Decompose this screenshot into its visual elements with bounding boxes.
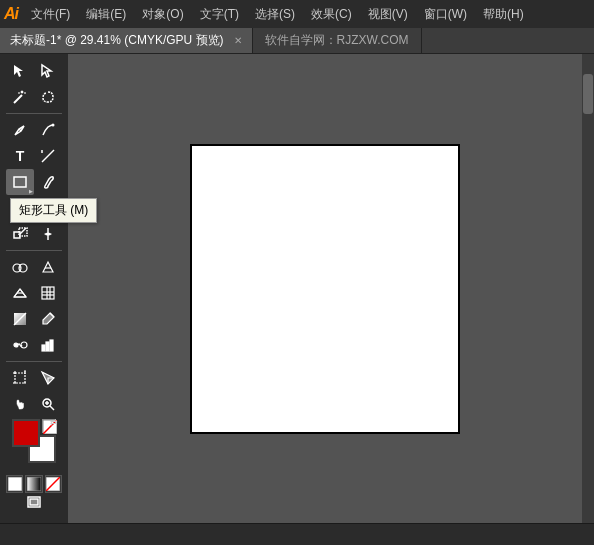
svg-line-43 [50, 406, 54, 410]
wand-lasso-row [0, 84, 68, 110]
perspective-grid-button[interactable] [6, 280, 34, 306]
type-tool-button[interactable]: T [6, 143, 34, 169]
svg-rect-32 [42, 345, 45, 351]
svg-point-4 [21, 91, 23, 93]
paintbrush-tool-button[interactable] [34, 169, 62, 195]
menu-help[interactable]: 帮助(H) [476, 2, 531, 27]
tab-inactive-label: 软件自学网：RJZXW.COM [265, 32, 409, 49]
hand-tool-button[interactable] [6, 391, 34, 417]
menu-effect[interactable]: 效果(C) [304, 2, 359, 27]
pen-tools-row [0, 117, 68, 143]
svg-marker-9 [15, 208, 19, 212]
rotate-tool-button[interactable] [6, 195, 34, 221]
menu-edit[interactable]: 编辑(E) [79, 2, 133, 27]
canvas-area[interactable]: 矩形工具 (M) [68, 54, 582, 523]
title-bar: Ai 文件(F) 编辑(E) 对象(O) 文字(T) 选择(S) 效果(C) 视… [0, 0, 594, 28]
artboard-tool-button[interactable] [6, 365, 34, 391]
left-toolbar: T ▶ [0, 54, 68, 523]
screen-mode-row [0, 489, 68, 515]
line-tool-button[interactable] [34, 143, 62, 169]
app-logo: Ai [4, 5, 18, 23]
svg-line-0 [14, 95, 22, 103]
builder-tools-row [0, 254, 68, 280]
artboard-tools-row [0, 365, 68, 391]
scale-tool-button[interactable] [6, 221, 34, 247]
eyedropper-tool-button[interactable] [34, 306, 62, 332]
separator-3 [6, 361, 62, 362]
mesh-tool-button[interactable] [34, 280, 62, 306]
blend-tools-row [0, 332, 68, 358]
color-area: ⇄ [6, 419, 62, 463]
selection-tool-button[interactable] [6, 58, 34, 84]
tab-active-label: 未标题-1* @ 29.41% (CMYK/GPU 预览) [10, 32, 224, 49]
menu-bar: 文件(F) 编辑(E) 对象(O) 文字(T) 选择(S) 效果(C) 视图(V… [24, 2, 531, 27]
svg-point-30 [14, 343, 18, 347]
scale-tools-row [0, 221, 68, 247]
swap-colors-icon[interactable]: ⇄ [50, 417, 58, 427]
rotate-tools-row [0, 195, 68, 221]
svg-line-13 [20, 228, 26, 234]
vertical-scrollbar[interactable] [582, 54, 594, 523]
menu-type[interactable]: 文字(T) [193, 2, 246, 27]
status-bar [0, 523, 594, 545]
menu-select[interactable]: 选择(S) [248, 2, 302, 27]
tab-bar: 未标题-1* @ 29.41% (CMYK/GPU 预览) ✕ 软件自学网：RJ… [0, 28, 594, 54]
magic-wand-button[interactable] [6, 84, 34, 110]
menu-object[interactable]: 对象(O) [135, 2, 190, 27]
shape-builder-button[interactable] [6, 254, 34, 280]
svg-rect-33 [46, 342, 49, 351]
type-tools-row: T [0, 143, 68, 169]
column-graph-button[interactable] [34, 332, 62, 358]
hand-zoom-row [0, 391, 68, 417]
artboard [190, 144, 460, 434]
rectangle-tool-tooltip: 矩形工具 (M) [68, 198, 97, 223]
svg-rect-53 [30, 499, 38, 505]
menu-view[interactable]: 视图(V) [361, 2, 415, 27]
tool-submenu-indicator: ▶ [29, 188, 33, 194]
pencil-tool-button[interactable] [34, 117, 62, 143]
fill-stroke-container: ⇄ [12, 419, 56, 463]
gradient-tools-row [0, 306, 68, 332]
svg-rect-22 [42, 287, 54, 299]
tab-inactive[interactable]: 软件自学网：RJZXW.COM [253, 28, 422, 53]
tooltip-text: 矩形工具 (M) [68, 203, 88, 217]
rectangle-tool-button[interactable]: ▶ [6, 169, 34, 195]
tab-active[interactable]: 未标题-1* @ 29.41% (CMYK/GPU 预览) ✕ [0, 28, 253, 53]
tab-close-button[interactable]: ✕ [234, 35, 242, 46]
pen-tool-button[interactable] [6, 117, 34, 143]
separator-2 [6, 250, 62, 251]
live-paint-button[interactable] [34, 254, 62, 280]
svg-line-6 [42, 150, 54, 162]
svg-rect-34 [50, 340, 53, 351]
width-tool-button[interactable] [34, 221, 62, 247]
lasso-tool-button[interactable] [34, 84, 62, 110]
direct-selection-tool-button[interactable] [34, 58, 62, 84]
selection-tools-row [0, 58, 68, 84]
menu-file[interactable]: 文件(F) [24, 2, 77, 27]
rectangle-tools-row: ▶ [0, 169, 68, 195]
perspective-tools-row [0, 280, 68, 306]
main-area: T ▶ [0, 54, 594, 523]
separator-1 [6, 113, 62, 114]
fill-color-swatch[interactable] [12, 419, 40, 447]
svg-rect-8 [14, 177, 26, 187]
v-scroll-thumb[interactable] [583, 74, 593, 114]
zoom-tool-button[interactable] [34, 391, 62, 417]
svg-point-5 [52, 124, 55, 127]
reflect-tool-button[interactable] [34, 195, 62, 221]
slice-tool-button[interactable] [34, 365, 62, 391]
gradient-tool-button[interactable] [6, 306, 34, 332]
menu-window[interactable]: 窗口(W) [417, 2, 474, 27]
change-screen-mode-button[interactable] [20, 489, 48, 515]
blend-tool-button[interactable] [6, 332, 34, 358]
svg-rect-35 [15, 373, 25, 383]
